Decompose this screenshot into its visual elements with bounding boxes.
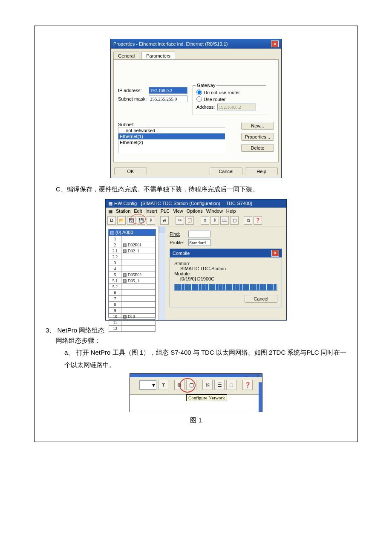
ip-address-input[interactable]: 192.168.0.2	[149, 87, 187, 94]
table-row[interactable]: 5.2	[109, 283, 156, 289]
step-intro: 网络组态步骤：	[56, 335, 349, 347]
table-row[interactable]: 2.2	[109, 254, 156, 260]
menu-station[interactable]: Station	[116, 208, 130, 214]
menu-insert[interactable]: Insert	[145, 208, 157, 214]
download-icon[interactable]: ⇩	[147, 216, 155, 225]
ok-button[interactable]: OK	[114, 168, 147, 175]
table-row[interactable]: 1	[109, 236, 156, 242]
table-row[interactable]: 10▥ D10	[109, 313, 156, 319]
list-item[interactable]: --- not networked ---	[118, 127, 225, 133]
hw-right-pane: Find: Profile: Compile× Station: SIMATIC…	[165, 226, 286, 320]
copy-icon[interactable]: ⎘	[202, 380, 213, 390]
tab-strip: General Parameters	[111, 49, 281, 59]
window-icon[interactable]: ◻	[226, 380, 236, 390]
compile-cancel-button[interactable]: Cancel	[245, 295, 277, 303]
radio-no-router[interactable]: Do not use router	[196, 90, 262, 95]
close-icon[interactable]: ×	[271, 40, 279, 47]
cancel-button[interactable]: Cancel	[210, 168, 242, 175]
tab-general[interactable]: General	[113, 52, 139, 60]
menu-plc[interactable]: PLC	[161, 208, 170, 214]
step-a: a、 打开 NetPro 工具（图 1），组态 S7-400 与 TDC 以太网…	[64, 347, 349, 371]
find-input[interactable]	[188, 231, 210, 237]
context-help-icon[interactable]: ❓	[254, 216, 262, 225]
rack-icon: ▥	[110, 230, 114, 235]
delete-button[interactable]: Delete	[241, 144, 274, 152]
view-icon[interactable]: ▢	[230, 216, 239, 225]
rack-table: ▥(0) A000 12▥ D02P012.1▥ D02_12.2345▥ D0…	[108, 229, 156, 318]
station-label: Station:	[174, 261, 277, 266]
cut-icon[interactable]: ✂	[176, 216, 184, 225]
hwconfig-window: ▦ HW Config - [SIMATIC TDC-Station (Conf…	[105, 199, 287, 321]
catalog-icon[interactable]: 📖	[220, 216, 229, 225]
dialog-titlebar: Properties - Ethernet interface ind. Eth…	[111, 39, 281, 49]
paste-icon[interactable]: 📋	[185, 216, 194, 225]
view-icon[interactable]: ▢	[186, 380, 196, 390]
download2-icon[interactable]: ⇩	[210, 216, 219, 225]
profile-label: Profile:	[170, 240, 186, 245]
save-icon[interactable]: 💾	[127, 216, 135, 225]
menu-options[interactable]: Options	[187, 208, 203, 214]
subnet-mask-label: Subnet mask:	[118, 96, 149, 101]
table-row[interactable]: 5.1▥ D05_1	[109, 278, 156, 283]
close-icon[interactable]: ×	[271, 250, 279, 257]
list-item[interactable]: Ethernet(2)	[118, 139, 225, 145]
dialog-title: Properties - Ethernet interface ind. Eth…	[113, 41, 228, 46]
module-value: [0/19/0] D1900C	[174, 276, 277, 281]
dropdown[interactable]: ▾	[139, 380, 156, 390]
subnet-mask-input[interactable]: 255.255.255.0	[149, 95, 187, 102]
table-row[interactable]: 2.1▥ D02_1	[109, 248, 156, 254]
menu-edit[interactable]: Edit	[134, 208, 142, 214]
table-row[interactable]: 6	[109, 289, 156, 295]
filter-icon[interactable]: ϒ	[158, 380, 168, 390]
scroll-up-icon[interactable]	[159, 227, 165, 233]
tab-parameters[interactable]: Parameters	[141, 52, 175, 60]
table-row[interactable]: 8	[109, 301, 156, 307]
print-icon[interactable]: 🖨	[160, 216, 169, 225]
table-row[interactable]: 4	[109, 266, 156, 272]
configure-network-icon[interactable]: ⧉	[174, 380, 184, 390]
tooltip: Configure Network	[186, 394, 227, 401]
table-row[interactable]: 5▥ D05P02	[109, 272, 156, 278]
menu-help[interactable]: Help	[226, 208, 236, 214]
profile-select[interactable]	[188, 239, 210, 246]
list-icon[interactable]: ☰	[214, 380, 225, 390]
scrollbar[interactable]	[159, 226, 165, 320]
table-row[interactable]: 11	[109, 319, 156, 325]
hw-toolbar: 🗋 📂 💾 💾 ⇩ 🖨 ✂ 📋 ⇧ ⇩ 📖 ▢ ⧉ ❓	[106, 215, 286, 226]
menu-window[interactable]: Window	[206, 208, 223, 214]
figure-caption: 图 1	[43, 416, 349, 425]
radio-use-router[interactable]: Use router	[196, 96, 262, 102]
upload-icon[interactable]: ⇧	[201, 216, 209, 225]
table-row[interactable]: 7	[109, 295, 156, 301]
context-help-icon[interactable]: ❓	[242, 380, 253, 390]
new-button[interactable]: New...	[241, 122, 274, 130]
gateway-address-label: Address:	[196, 104, 215, 110]
save-compile-icon[interactable]: 💾	[137, 216, 145, 225]
properties-dialog: Properties - Ethernet interface ind. Eth…	[110, 39, 282, 178]
find-label: Find:	[170, 231, 186, 237]
table-row[interactable]: 9	[109, 307, 156, 313]
subnet-list[interactable]: --- not networked --- Ethernet(1) Ethern…	[118, 127, 225, 153]
ip-label: IP address:	[118, 88, 149, 93]
network-icon[interactable]: ⧉	[244, 216, 252, 225]
heading-3: 3、 NetPro 网络组态	[46, 327, 349, 335]
open-icon[interactable]: 📂	[117, 216, 126, 225]
gateway-legend: Gateway	[196, 83, 216, 88]
compile-dialog: Compile× Station: SIMATIC TDC-Station Mo…	[170, 249, 282, 307]
paragraph-c: C、编译保存，硬件组态完成。不需单独下装，待程序完成后一同下装。	[56, 183, 349, 196]
rack-header: ▥(0) A000	[109, 229, 156, 236]
help-button[interactable]: Help	[245, 168, 278, 175]
gateway-address-input[interactable]	[217, 104, 256, 110]
doc-icon: ▦	[108, 208, 112, 214]
table-row[interactable]: 2▥ D02P01	[109, 242, 156, 248]
netpro-snippet: – ◻ ✕ ▾ ϒ ⧉ ▢ ⎘ ☰ ◻ ❓ Configure Network	[130, 373, 262, 412]
new-icon[interactable]: 🗋	[107, 216, 116, 225]
menu-view[interactable]: View	[173, 208, 183, 214]
gateway-group: Gateway Do not use router Use router Add…	[193, 85, 266, 115]
hw-titlebar: ▦ HW Config - [SIMATIC TDC-Station (Conf…	[106, 199, 286, 208]
table-row[interactable]: 3	[109, 260, 156, 266]
properties-button[interactable]: Properties...	[241, 133, 274, 141]
parameters-panel: IP address: 192.168.0.2 Subnet mask: 255…	[113, 59, 279, 162]
table-row[interactable]: 12	[109, 325, 156, 331]
list-item[interactable]: Ethernet(1)	[118, 133, 225, 139]
